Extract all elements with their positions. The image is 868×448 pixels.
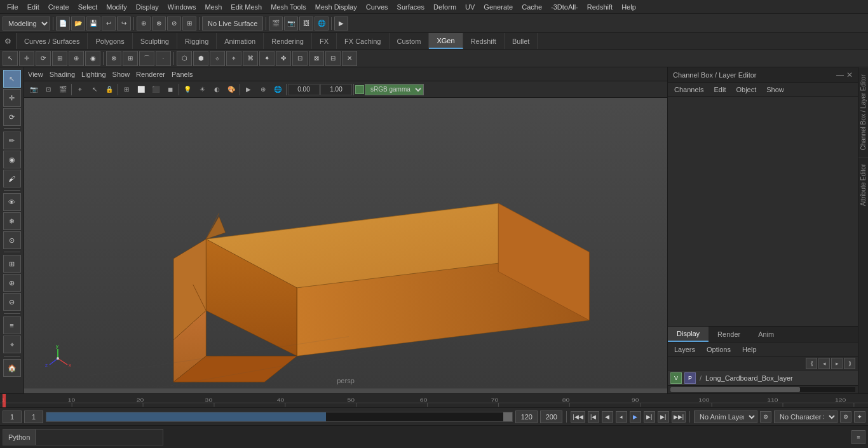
menu-modify[interactable]: Modify [102, 2, 131, 12]
scene-btn[interactable]: 🏠 [3, 359, 21, 377]
ipr-btn[interactable]: 🖼 [299, 17, 313, 31]
vp-sel-btn[interactable]: ↖ [88, 83, 102, 97]
menu-mesh-display[interactable]: Mesh Display [311, 2, 362, 12]
xgen-icon9[interactable]: ⊠ [309, 51, 324, 66]
tab-animation[interactable]: Animation [217, 33, 264, 49]
cb-menu-edit[interactable]: Edit [710, 85, 729, 95]
anim-layer-settings-btn[interactable]: ⚙ [760, 411, 771, 423]
tab-xgen[interactable]: XGen [429, 33, 463, 49]
menu-display[interactable]: Display [132, 2, 163, 12]
viewport-menu-renderer[interactable]: Renderer [136, 71, 165, 78]
current-frame-input[interactable] [3, 411, 22, 423]
go-end-btn[interactable]: ▶▶| [672, 411, 686, 423]
menu-file[interactable]: File [3, 2, 23, 12]
mode-select[interactable]: Modeling [3, 17, 50, 31]
menu-cache[interactable]: Cache [517, 2, 546, 12]
tab-fx[interactable]: FX [312, 33, 337, 49]
select-mode-btn[interactable]: ↖ [3, 70, 21, 88]
tab-display[interactable]: Display [668, 327, 709, 342]
grid-btn[interactable]: ⊞ [3, 255, 21, 273]
viewport-menu-show[interactable]: Show [112, 71, 130, 78]
xgen-icon6[interactable]: ✦ [259, 51, 275, 66]
xgen-icon1[interactable]: ⬡ [177, 51, 192, 66]
xgen-icon5[interactable]: ⌘ [243, 51, 258, 66]
cb-menu-channels[interactable]: Channels [670, 85, 707, 95]
xgen-icon2[interactable]: ⬢ [193, 51, 208, 66]
playback-btn[interactable]: ▶ [334, 17, 348, 31]
vp-color-swatch[interactable] [355, 85, 364, 94]
menu-redshift[interactable]: Redshift [583, 2, 617, 12]
vp-xray-btn[interactable]: 🌐 [271, 83, 285, 97]
xgen-icon8[interactable]: ⊡ [292, 51, 308, 66]
remove-btn[interactable]: ⊖ [3, 293, 21, 311]
tab-redshift[interactable]: Redshift [463, 33, 505, 49]
vp-smooth-btn[interactable]: ◼ [163, 83, 177, 97]
vp-snap-btn[interactable]: ⌖ [73, 83, 87, 97]
layer-prev-btn[interactable]: ◂ [818, 358, 830, 369]
vp-wireframe-btn[interactable]: ⬜ [134, 83, 148, 97]
tab-sculpting[interactable]: Sculpting [133, 33, 177, 49]
sculpt-btn[interactable]: ◉ [3, 151, 21, 168]
transform-icon-btn[interactable]: ✛ [19, 51, 34, 66]
script-editor-btn[interactable]: ≡ [851, 430, 865, 444]
universal-icon-btn[interactable]: ⊕ [69, 51, 84, 66]
play-fwd-btn[interactable]: ▶ [630, 411, 641, 423]
render2-btn[interactable]: 📷 [284, 17, 298, 31]
layer-next-btn[interactable]: ▸ [831, 358, 843, 369]
vp-ao-btn[interactable]: ◐ [210, 83, 224, 97]
viewport-menu-view[interactable]: View [28, 71, 43, 78]
attribute-editor-side-label[interactable]: Attribute Editor [858, 157, 868, 212]
rotate-icon-btn[interactable]: ⟳ [36, 51, 51, 66]
layers-menu-help[interactable]: Help [740, 344, 759, 355]
range-end-input[interactable] [515, 411, 538, 423]
coord-y-input[interactable] [320, 84, 352, 95]
channel-box-min-btn[interactable]: — [836, 71, 844, 79]
open-file-btn[interactable]: 📂 [71, 17, 85, 31]
timeline-ruler[interactable]: 1 10 20 30 40 50 60 [0, 393, 868, 407]
vp-anim-btn[interactable]: ▶ [241, 83, 255, 97]
prev-key-btn[interactable]: |◀ [588, 411, 599, 423]
lasso-btn[interactable]: ⊗ [152, 17, 166, 31]
tab-custom[interactable]: Custom [390, 33, 430, 49]
xray-btn[interactable]: 🌐 [315, 17, 329, 31]
channel-box-close-btn[interactable]: ✕ [846, 71, 853, 79]
menu-select[interactable]: Select [74, 2, 102, 12]
menu-create[interactable]: Create [44, 2, 74, 12]
cb-menu-object[interactable]: Object [732, 85, 760, 95]
timeline-track[interactable]: 1 10 20 30 40 50 60 [0, 394, 868, 407]
menu-curves[interactable]: Curves [362, 2, 393, 12]
pivot-icon-btn[interactable]: ⊗ [106, 51, 121, 66]
tab-rendering[interactable]: Rendering [264, 33, 312, 49]
soft-mod-icon-btn[interactable]: ◉ [85, 51, 100, 66]
paint-effects-btn[interactable]: ✏ [3, 132, 21, 149]
script-type-btn[interactable]: Python [3, 430, 36, 445]
rotate-mode-btn[interactable]: ⟳ [3, 108, 21, 126]
vp-frame-btn[interactable]: ⊡ [41, 83, 55, 97]
save-file-btn[interactable]: 💾 [86, 17, 100, 31]
freeze-btn[interactable]: ❄ [3, 212, 21, 230]
anim-layer-select[interactable]: No Anim Layer [694, 411, 757, 423]
select-tool-btn[interactable]: ⊕ [137, 17, 151, 31]
move-mode-btn[interactable]: ✛ [3, 89, 21, 107]
menu-3dtool[interactable]: -3DtoAll- [546, 2, 583, 12]
snap-point-icon-btn[interactable]: · [156, 51, 171, 66]
add-sub-btn[interactable]: ⊕ [3, 274, 21, 292]
vp-grid-btn[interactable]: ⊞ [119, 83, 133, 97]
tab-bullet[interactable]: Bullet [505, 33, 538, 49]
max-range-input[interactable] [540, 411, 562, 423]
layer-prev-prev-btn[interactable]: ⟪ [806, 358, 817, 369]
menu-help[interactable]: Help [617, 2, 641, 12]
script-input[interactable] [36, 430, 163, 445]
scale-icon-btn[interactable]: ⊞ [52, 51, 67, 66]
vp-solid-btn[interactable]: ⬛ [149, 83, 163, 97]
vp-texture-btn[interactable]: 🎨 [224, 83, 238, 97]
redo-btn[interactable]: ↪ [117, 17, 131, 31]
vp-light-btn[interactable]: 💡 [180, 83, 194, 97]
snap-btn[interactable]: ⊞ [182, 17, 196, 31]
play-back-btn[interactable]: ◂ [616, 411, 627, 423]
xgen-icon11[interactable]: ✕ [342, 51, 357, 66]
tab-render[interactable]: Render [709, 327, 749, 342]
color-profile-select[interactable]: sRGB gamma [365, 84, 424, 95]
range-end-handle[interactable] [503, 412, 512, 421]
isolate-btn[interactable]: ⊙ [3, 231, 21, 249]
